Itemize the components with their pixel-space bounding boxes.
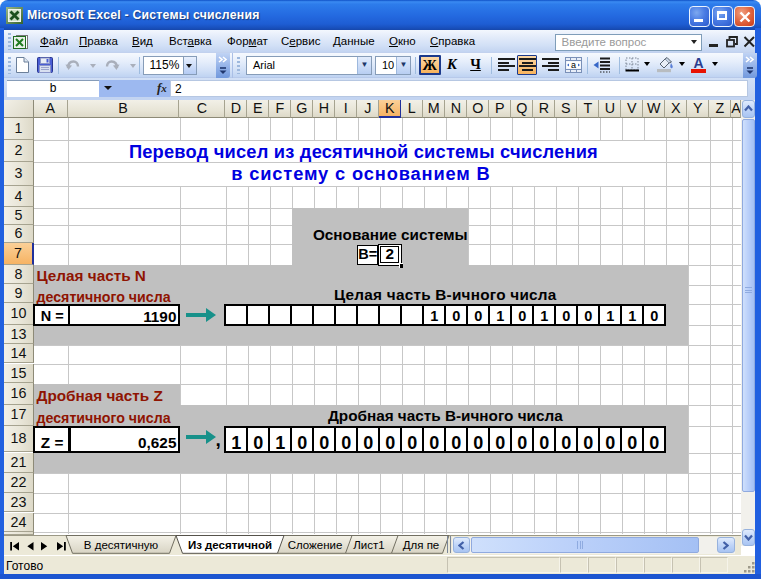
svg-text:a: a [570,60,575,70]
